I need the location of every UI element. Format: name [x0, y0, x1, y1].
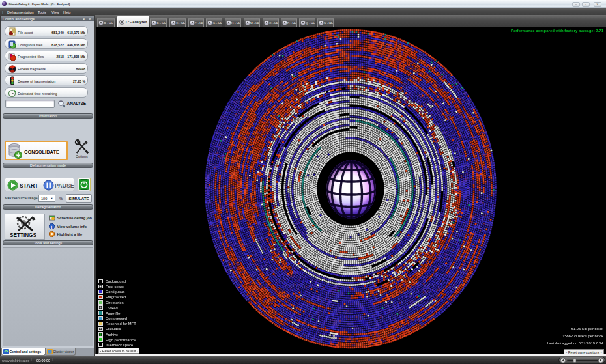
svg-text:i: i: [51, 223, 52, 229]
